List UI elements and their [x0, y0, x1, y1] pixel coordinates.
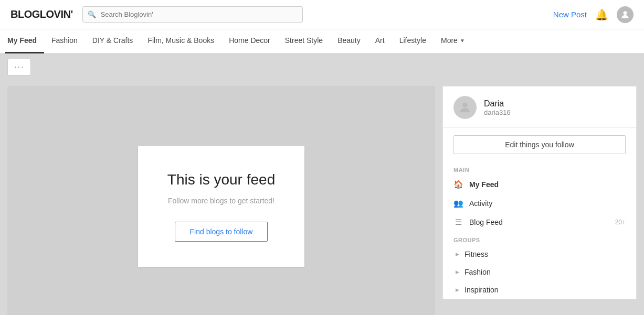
arrow-icon-fashion: ▶ [456, 269, 459, 275]
right-sidebar: Daria daria316 Edit things you follow MA… [442, 86, 637, 315]
header-right: New Post 🔔 [553, 6, 634, 23]
nav-item-homedecor[interactable]: Home Decor [221, 29, 278, 53]
sidebar-main-label: MAIN [443, 161, 636, 175]
group-inspiration-label: Inspiration [464, 286, 499, 294]
toolbar-row: ··· [0, 53, 644, 81]
sidebar-blogfeed-label: Blog Feed [469, 218, 503, 226]
sidebar-item-activity[interactable]: 👥 Activity [443, 194, 636, 213]
svg-point-1 [462, 103, 467, 107]
group-item-inspiration[interactable]: ▶ Inspiration [443, 281, 636, 299]
user-handle: daria316 [484, 108, 511, 116]
sidebar-groups-label: GROUPS [443, 232, 636, 245]
nav-item-art[interactable]: Art [368, 29, 392, 53]
sidebar-myfeed-label: My Feed [469, 180, 499, 189]
nav-bar: My Feed Fashion DIY & Crafts Film, Music… [0, 29, 644, 53]
feed-card-subtitle: Follow more blogs to get started! [167, 197, 275, 205]
list-icon: ☰ [453, 218, 463, 227]
nav-item-myfeed[interactable]: My Feed [5, 29, 44, 53]
user-name: Daria [484, 99, 511, 108]
avatar[interactable] [617, 6, 634, 23]
nav-item-lifestyle[interactable]: Lifestyle [392, 29, 434, 53]
edit-follow-button[interactable]: Edit things you follow [453, 135, 626, 154]
sidebar-item-blogfeed[interactable]: ☰ Blog Feed 20+ [443, 213, 636, 232]
user-info: Daria daria316 [484, 99, 511, 116]
nav-item-beauty[interactable]: Beauty [330, 29, 368, 53]
user-avatar [453, 96, 477, 119]
sidebar-card: Daria daria316 Edit things you follow MA… [442, 86, 637, 299]
search-wrap: 🔍 [82, 6, 303, 23]
home-icon: 🏠 [453, 180, 463, 189]
group-item-fitness[interactable]: ▶ Fitness [443, 245, 636, 263]
header: BLOGLOVIN' 🔍 New Post 🔔 [0, 0, 644, 29]
sidebar-item-myfeed[interactable]: 🏠 My Feed [443, 175, 636, 194]
user-section: Daria daria316 [443, 86, 636, 128]
group-fashion-label: Fashion [464, 268, 491, 276]
dots-menu-button[interactable]: ··· [7, 59, 31, 75]
nav-item-film[interactable]: Film, Music & Books [140, 29, 221, 53]
search-input[interactable] [82, 6, 303, 23]
feed-card: This is your feed Follow more blogs to g… [138, 146, 304, 267]
group-fitness-label: Fitness [464, 250, 488, 258]
nav-item-fashion[interactable]: Fashion [44, 29, 85, 53]
group-item-fashion[interactable]: ▶ Fashion [443, 263, 636, 281]
main-layout: This is your feed Follow more blogs to g… [0, 81, 644, 315]
arrow-icon-fitness: ▶ [456, 252, 459, 257]
nav-item-streetstyle[interactable]: Street Style [278, 29, 330, 53]
left-panel: This is your feed Follow more blogs to g… [7, 86, 435, 315]
arrow-icon-inspiration: ▶ [456, 287, 459, 292]
nav-item-more[interactable]: More ▼ [434, 29, 472, 53]
people-icon: 👥 [453, 199, 463, 208]
chevron-down-icon: ▼ [460, 38, 465, 44]
find-blogs-button[interactable]: Find blogs to follow [175, 222, 268, 242]
blogfeed-badge: 20+ [615, 219, 626, 226]
logo: BLOGLOVIN' [10, 8, 73, 20]
nav-item-diy[interactable]: DIY & Crafts [85, 29, 141, 53]
feed-card-title: This is your feed [167, 171, 275, 188]
sidebar-activity-label: Activity [469, 199, 492, 208]
svg-point-0 [624, 11, 627, 15]
new-post-button[interactable]: New Post [553, 10, 587, 19]
bell-icon[interactable]: 🔔 [595, 8, 608, 21]
